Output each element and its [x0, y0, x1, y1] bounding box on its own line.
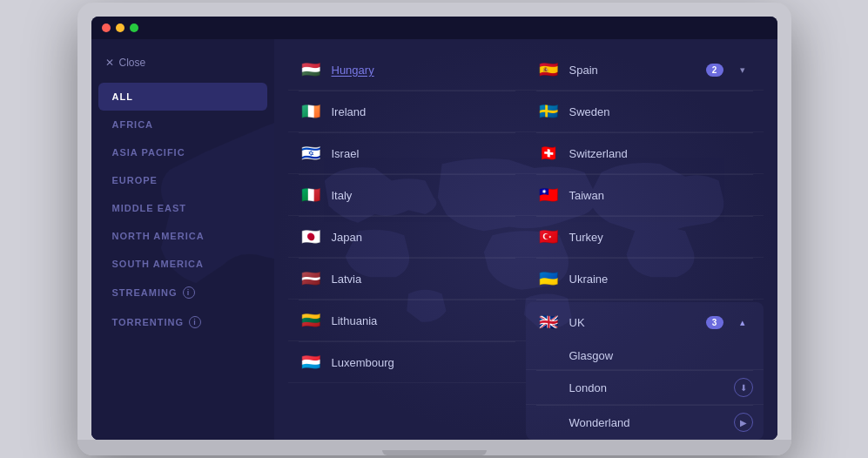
- country-name-japan: Japan: [332, 231, 515, 244]
- country-switzerland[interactable]: 🇨🇭 Switzerland: [526, 133, 764, 174]
- flag-israel: 🇮🇱: [299, 141, 323, 165]
- country-spain[interactable]: 🇪🇸 Spain 2 ▾: [526, 50, 764, 91]
- sidebar-label-asia-pacific: ASIA PACIFIC: [112, 147, 185, 158]
- country-name-hungary: Hungary: [332, 64, 515, 77]
- london-label: London: [569, 381, 734, 394]
- laptop-base: [77, 440, 791, 455]
- close-x-icon: ✕: [105, 57, 114, 69]
- country-name-israel: Israel: [332, 147, 515, 160]
- close-label: Close: [119, 57, 146, 69]
- country-ireland[interactable]: 🇮🇪 Ireland: [288, 91, 526, 132]
- country-name-taiwan: Taiwan: [569, 189, 753, 202]
- sidebar-label-africa: AFRICA: [112, 119, 154, 130]
- sidebar-item-middle-east[interactable]: MIDDLE EAST: [91, 194, 274, 222]
- country-name-lithuania: Lithuania: [332, 314, 515, 327]
- flag-taiwan: 🇹🇼: [536, 183, 561, 207]
- streaming-info-icon[interactable]: i: [183, 286, 195, 299]
- flag-switzerland: 🇨🇭: [536, 141, 561, 165]
- sidebar-label-europe: EUROPE: [112, 175, 158, 185]
- country-name-switzerland: Switzerland: [569, 147, 753, 160]
- country-name-turkey: Turkey: [569, 231, 753, 244]
- country-ukraine[interactable]: 🇺🇦 Ukraine: [526, 259, 764, 300]
- flag-latvia: 🇱🇻: [299, 266, 323, 291]
- flag-japan: 🇯🇵: [299, 225, 323, 249]
- country-uk[interactable]: 🇬🇧 UK 3 ▴: [526, 302, 764, 342]
- sidebar-item-asia-pacific[interactable]: ASIA PACIFIC: [91, 138, 274, 166]
- close-button[interactable]: ✕ Close: [91, 50, 274, 76]
- right-column: 🇪🇸 Spain 2 ▾ 🇸🇪 Sweden: [526, 50, 764, 440]
- country-taiwan[interactable]: 🇹🇼 Taiwan: [526, 175, 764, 216]
- flag-hungary: 🇭🇺: [299, 57, 323, 82]
- country-name-ireland: Ireland: [332, 105, 515, 118]
- country-israel[interactable]: 🇮🇱 Israel: [288, 133, 526, 174]
- glasgow-label: Glasgow: [569, 349, 753, 362]
- flag-turkey: 🇹🇷: [536, 225, 561, 249]
- london-download-icon[interactable]: ⬇: [734, 378, 753, 397]
- laptop-screen: ✕ Close ALL AFRICA ASIA PACIFIC EUROPE M…: [91, 17, 777, 440]
- country-sweden[interactable]: 🇸🇪 Sweden: [526, 91, 764, 132]
- flag-uk: 🇬🇧: [536, 310, 561, 334]
- sidebar-item-torrenting[interactable]: TORRENTING i: [91, 307, 274, 337]
- sidebar-item-africa[interactable]: AFRICA: [91, 111, 274, 138]
- dot-green[interactable]: [130, 24, 138, 32]
- country-luxembourg[interactable]: 🇱🇺 Luxembourg: [288, 342, 526, 383]
- sidebar-item-all[interactable]: ALL: [98, 83, 267, 111]
- flag-italy: 🇮🇹: [299, 183, 323, 207]
- uk-sub-glasgow[interactable]: Glasgow: [526, 342, 764, 370]
- country-name-sweden: Sweden: [569, 105, 753, 118]
- content-area: 🇭🇺 Hungary 🇮🇪 Ireland 🇮🇱 Israel: [274, 39, 777, 440]
- country-lithuania[interactable]: 🇱🇹 Lithuania: [288, 300, 526, 341]
- country-name-italy: Italy: [332, 189, 515, 202]
- country-grid: 🇭🇺 Hungary 🇮🇪 Ireland 🇮🇱 Israel: [274, 46, 777, 440]
- country-latvia[interactable]: 🇱🇻 Latvia: [288, 259, 526, 300]
- flag-sweden: 🇸🇪: [536, 99, 561, 124]
- sidebar-label-middle-east: MIDDLE EAST: [112, 203, 187, 213]
- flag-spain: 🇪🇸: [536, 57, 561, 82]
- sidebar: ✕ Close ALL AFRICA ASIA PACIFIC EUROPE M…: [91, 39, 274, 440]
- sidebar-label-south-america: SOUTH AMERICA: [112, 259, 204, 269]
- uk-sub-london[interactable]: London ⬇: [526, 371, 764, 405]
- sidebar-item-streaming[interactable]: STREAMING i: [91, 278, 274, 307]
- flag-lithuania: 🇱🇹: [299, 308, 323, 333]
- dot-yellow[interactable]: [116, 24, 124, 32]
- left-column: 🇭🇺 Hungary 🇮🇪 Ireland 🇮🇱 Israel: [288, 50, 526, 440]
- country-japan[interactable]: 🇯🇵 Japan: [288, 217, 526, 258]
- sidebar-label-all: ALL: [112, 91, 133, 102]
- uk-badge: 3: [706, 316, 723, 329]
- country-name-latvia: Latvia: [332, 273, 515, 286]
- spain-chevron-down[interactable]: ▾: [732, 59, 753, 80]
- country-turkey[interactable]: 🇹🇷 Turkey: [526, 217, 764, 258]
- flag-ireland: 🇮🇪: [299, 99, 323, 124]
- app-container: ✕ Close ALL AFRICA ASIA PACIFIC EUROPE M…: [91, 39, 777, 440]
- wonderland-label: Wonderland: [569, 416, 734, 429]
- sidebar-item-south-america[interactable]: SOUTH AMERICA: [91, 250, 274, 278]
- country-italy[interactable]: 🇮🇹 Italy: [288, 175, 526, 216]
- dot-red[interactable]: [102, 24, 111, 32]
- sidebar-label-north-america: NORTH AMERICA: [112, 231, 205, 241]
- country-name-luxembourg: Luxembourg: [332, 356, 515, 369]
- sidebar-label-torrenting: TORRENTING: [112, 317, 185, 327]
- country-name-uk: UK: [569, 316, 697, 329]
- laptop-frame: ✕ Close ALL AFRICA ASIA PACIFIC EUROPE M…: [77, 3, 791, 455]
- uk-sub-wonderland[interactable]: Wonderland ▶: [526, 406, 764, 440]
- country-hungary[interactable]: 🇭🇺 Hungary: [288, 50, 526, 91]
- country-name-spain: Spain: [569, 64, 697, 77]
- uk-chevron-up[interactable]: ▴: [732, 312, 753, 333]
- titlebar: [91, 17, 777, 39]
- country-name-ukraine: Ukraine: [569, 273, 753, 286]
- spain-badge: 2: [706, 64, 723, 77]
- torrenting-info-icon[interactable]: i: [189, 316, 201, 328]
- flag-ukraine: 🇺🇦: [536, 266, 561, 291]
- flag-luxembourg: 🇱🇺: [299, 350, 323, 374]
- sidebar-item-north-america[interactable]: NORTH AMERICA: [91, 222, 274, 250]
- wonderland-play-icon[interactable]: ▶: [734, 413, 753, 432]
- sidebar-item-europe[interactable]: EUROPE: [91, 166, 274, 194]
- uk-section-expanded: 🇬🇧 UK 3 ▴ Glasgow: [526, 302, 764, 440]
- sidebar-label-streaming: STREAMING: [112, 287, 178, 298]
